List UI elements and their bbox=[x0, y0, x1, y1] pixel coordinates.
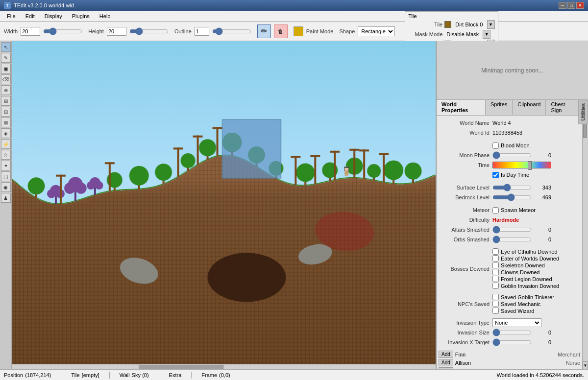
tile-dropdown-btn[interactable]: ▼ bbox=[487, 20, 495, 29]
left-tool-brush[interactable]: ✦ bbox=[1, 161, 11, 170]
left-tool-eraser[interactable]: ⌫ bbox=[1, 74, 11, 84]
mask-mode-label: Mask Mode bbox=[408, 31, 442, 37]
npc-add-btn-2[interactable]: Add bbox=[439, 367, 453, 369]
left-tool-eyedropper[interactable]: ⊕ bbox=[1, 85, 11, 95]
left-tool-npc[interactable]: ♟ bbox=[1, 193, 11, 203]
left-tool-sprite[interactable]: ☆ bbox=[1, 150, 11, 160]
invasion-size-label: Invasion Size bbox=[439, 330, 492, 335]
blood-moon-row: Blood Moon bbox=[439, 141, 580, 150]
surface-level-label: Surface Level bbox=[439, 185, 492, 190]
orbs-smashed-value: 0 bbox=[532, 237, 551, 242]
width-slider[interactable] bbox=[43, 28, 82, 35]
difficulty-row: Difficulty Hardmode bbox=[439, 215, 580, 224]
altars-smashed-row: Altars Smashed 0 bbox=[439, 225, 580, 234]
pencil-tool[interactable]: ✏ bbox=[257, 24, 271, 38]
menu-plugins[interactable]: Plugins bbox=[67, 12, 95, 20]
shape-select[interactable]: Rectangle Ellipse bbox=[358, 26, 395, 36]
wall-value: Sky (0) bbox=[132, 372, 149, 378]
time-slider[interactable] bbox=[492, 162, 551, 168]
left-tool-morph[interactable]: ◈ bbox=[1, 128, 11, 138]
color-swatch[interactable] bbox=[294, 26, 303, 36]
is-day-time-checkbox[interactable] bbox=[492, 172, 499, 178]
saved-goblin-label: Saved Goblin Tinkerer bbox=[501, 294, 554, 300]
orbs-smashed-slider[interactable] bbox=[492, 237, 532, 242]
left-tool-pencil[interactable]: ✎ bbox=[1, 53, 11, 63]
outline-slider[interactable] bbox=[212, 28, 251, 35]
eye-of-cthulhu-checkbox[interactable] bbox=[492, 248, 499, 255]
status-wall: Wall Sky (0) bbox=[120, 372, 149, 378]
saved-mechanic-checkbox[interactable] bbox=[492, 301, 499, 307]
minimize-button[interactable]: ─ bbox=[559, 2, 566, 9]
scroll-track bbox=[583, 123, 588, 361]
mask-mode-dropdown-btn[interactable]: ▼ bbox=[483, 30, 490, 39]
left-tool-copy[interactable]: ⊟ bbox=[1, 107, 11, 117]
eater-of-worlds-checkbox[interactable] bbox=[492, 255, 499, 261]
skeletron-checkbox[interactable] bbox=[492, 262, 499, 268]
clowns-label: Clowns Downed bbox=[501, 269, 539, 275]
invasion-x-target-slider[interactable] bbox=[492, 339, 532, 345]
meteor-checkbox[interactable] bbox=[492, 207, 499, 214]
width-input[interactable] bbox=[21, 27, 40, 36]
menu-bar: File Edit Display Plugins Help bbox=[0, 11, 588, 22]
invasion-x-target-value: 0 bbox=[532, 339, 551, 345]
surface-level-value: 343 bbox=[532, 185, 551, 190]
status-tile: Tile [empty] bbox=[71, 372, 99, 378]
tab-clipboard[interactable]: Clipboard bbox=[513, 100, 546, 115]
left-tool-chest[interactable]: ◉ bbox=[1, 182, 11, 192]
saved-goblin-checkbox[interactable] bbox=[492, 294, 499, 300]
npc-add-btn-1[interactable]: Add bbox=[439, 359, 453, 366]
invasion-type-select[interactable]: None Goblin Army Frost Legion bbox=[492, 318, 541, 327]
blood-moon-checkbox[interactable] bbox=[492, 142, 499, 149]
status-sep-3 bbox=[159, 372, 159, 379]
tab-sprites[interactable]: Sprites bbox=[486, 100, 513, 115]
wall-label: Wall bbox=[120, 372, 130, 378]
tab-chest-sign[interactable]: Chest-Sign bbox=[546, 100, 580, 115]
maximize-button[interactable]: □ bbox=[567, 2, 575, 9]
minimap-text: Minimap coming soon... bbox=[481, 67, 543, 74]
tabs: World Properties Sprites Clipboard Chest… bbox=[437, 100, 588, 116]
npc-add-btn-0[interactable]: Add bbox=[439, 351, 453, 358]
invasion-size-slider[interactable] bbox=[492, 330, 532, 335]
time-thumb[interactable] bbox=[528, 161, 532, 170]
scroll-down-btn[interactable]: ▼ bbox=[583, 361, 588, 369]
menu-display[interactable]: Display bbox=[40, 12, 67, 20]
world-name-row: World Name World 4 bbox=[439, 119, 580, 127]
saved-wizard-label: Saved Wizard bbox=[501, 308, 534, 314]
canvas-area[interactable] bbox=[12, 41, 436, 369]
tab-world-properties[interactable]: World Properties bbox=[437, 100, 486, 115]
frost-legion-row: Frost Legion Downed bbox=[492, 276, 580, 282]
saved-wizard-checkbox[interactable] bbox=[492, 308, 499, 314]
goblin-invasion-checkbox[interactable] bbox=[492, 283, 499, 289]
bosses-list: Eye of Cthulhu Downed Eater of Worlds Do… bbox=[492, 248, 580, 289]
frost-legion-checkbox[interactable] bbox=[492, 276, 499, 282]
eater-of-worlds-row: Eater of Worlds Downed bbox=[492, 255, 580, 261]
bedrock-level-slider[interactable] bbox=[492, 194, 532, 200]
saved-goblin-row: Saved Goblin Tinkerer bbox=[492, 294, 580, 300]
left-tool-arrow[interactable]: ↖ bbox=[1, 42, 11, 52]
moon-phase-slider[interactable] bbox=[492, 152, 532, 158]
menu-help[interactable]: Help bbox=[95, 12, 116, 20]
world-name-label: World Name bbox=[439, 120, 492, 126]
altars-smashed-slider[interactable] bbox=[492, 227, 532, 233]
height-slider[interactable] bbox=[129, 28, 169, 35]
close-button[interactable]: ✕ bbox=[576, 2, 584, 9]
left-tool-wire[interactable]: ⚡ bbox=[1, 139, 11, 149]
terrain-canvas[interactable] bbox=[12, 41, 436, 369]
left-tool-paste[interactable]: ⊠ bbox=[1, 118, 11, 127]
clowns-checkbox[interactable] bbox=[492, 269, 499, 275]
eraser-tool[interactable]: 🗑 bbox=[274, 24, 288, 38]
panel-scrollbar: ▲ ▼ bbox=[582, 116, 588, 369]
menu-file[interactable]: File bbox=[2, 12, 21, 20]
left-tool-select[interactable]: ⊞ bbox=[1, 96, 11, 106]
position-label: Position bbox=[4, 372, 23, 378]
scroll-thumb[interactable] bbox=[583, 123, 587, 138]
main-area: ↖ ✎ ▣ ⌫ ⊕ ⊞ ⊟ ⊠ ◈ ⚡ ☆ ✦ ⬚ ◉ ♟ Minimap co… bbox=[0, 41, 588, 369]
left-tool-fill[interactable]: ▣ bbox=[1, 64, 11, 73]
left-tool-region[interactable]: ⬚ bbox=[1, 171, 11, 181]
surface-level-slider[interactable] bbox=[492, 185, 532, 190]
utilities-tab[interactable]: Utilities bbox=[578, 100, 588, 124]
outline-input[interactable] bbox=[195, 27, 209, 36]
height-input[interactable] bbox=[107, 27, 126, 36]
menu-edit[interactable]: Edit bbox=[21, 12, 40, 20]
world-id-row: World Id 1109388453 bbox=[439, 128, 580, 137]
